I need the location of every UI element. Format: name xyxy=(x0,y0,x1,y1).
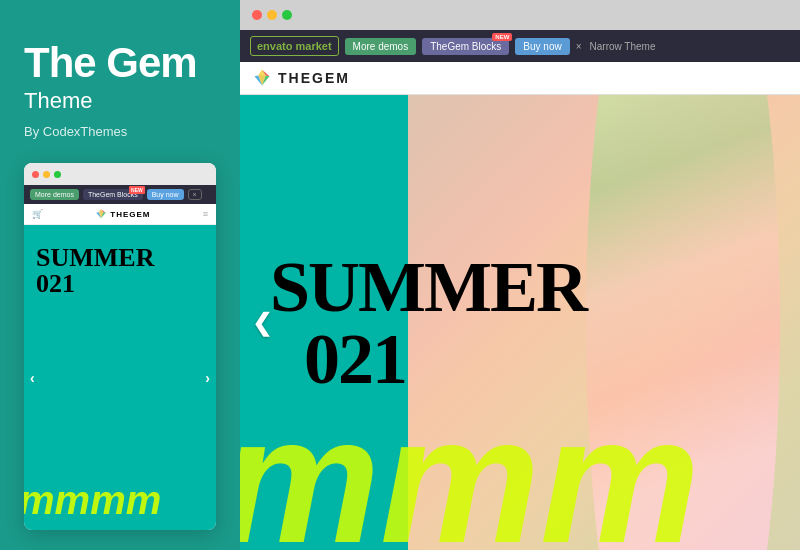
dot-yellow xyxy=(267,10,277,20)
browser-titlebar xyxy=(240,0,800,30)
summer-heading: SUMMER xyxy=(270,251,586,323)
main-browser: envato market More demos TheGem Blocks N… xyxy=(240,0,800,550)
dot-green xyxy=(282,10,292,20)
mini-toolbar: More demos TheGem Blocks NEW Buy now × xyxy=(24,185,216,204)
mini-hero: SUMMER021 mmmm ‹ › xyxy=(24,225,216,530)
narrow-theme-label: Narrow Theme xyxy=(590,41,656,52)
mini-more-demos-btn[interactable]: More demos xyxy=(30,189,79,200)
browser-nav: THEGEM xyxy=(240,62,800,95)
mini-summer-text: SUMMER021 xyxy=(36,245,154,297)
mini-dot-yellow xyxy=(43,171,50,178)
mini-dot-green xyxy=(54,171,61,178)
year-heading: 2021 xyxy=(270,323,586,395)
mini-arrow-left[interactable]: ‹ xyxy=(30,370,35,386)
browser-toolbar: envato market More demos TheGem Blocks N… xyxy=(240,30,800,62)
mini-logo: THEGEM xyxy=(95,208,150,220)
theme-author: By CodexThemes xyxy=(24,124,216,139)
mini-close-btn[interactable]: × xyxy=(188,189,202,200)
thegem-blocks-button[interactable]: TheGem Blocks NEW xyxy=(422,38,509,55)
mini-cart-icon: 🛒 xyxy=(32,209,43,219)
mini-new-badge: NEW xyxy=(129,186,145,194)
site-logo: THEGEM xyxy=(252,68,350,88)
dot-red xyxy=(252,10,262,20)
left-panel: The Gem Theme By CodexThemes More demos … xyxy=(0,0,240,550)
mini-browser-preview: More demos TheGem Blocks NEW Buy now × 🛒… xyxy=(24,163,216,530)
gem-svg-icon xyxy=(252,68,272,88)
mini-titlebar xyxy=(24,163,216,185)
theme-subtitle: Theme xyxy=(24,88,216,114)
new-badge: NEW xyxy=(492,33,512,41)
mini-gem-svg-icon xyxy=(95,208,107,220)
mini-dot-red xyxy=(32,171,39,178)
envato-market-logo: envato market xyxy=(250,36,339,56)
mini-nav: 🛒 THEGEM ≡ xyxy=(24,204,216,225)
mini-script-bg-text: mmmm xyxy=(24,480,161,520)
mini-arrow-right[interactable]: › xyxy=(205,370,210,386)
mini-hamburger-icon: ≡ xyxy=(203,209,208,219)
mini-thegem-blocks-btn[interactable]: TheGem Blocks NEW xyxy=(83,189,143,200)
more-demos-button[interactable]: More demos xyxy=(345,38,417,55)
theme-title: The Gem xyxy=(24,40,216,86)
mini-buy-btn[interactable]: Buy now xyxy=(147,189,184,200)
hero-text-overlay: SUMMER 2021 xyxy=(270,251,586,395)
hero-arrow-left-button[interactable]: ❮ xyxy=(252,309,272,337)
buy-now-button[interactable]: Buy now xyxy=(515,38,569,55)
close-x-button[interactable]: × xyxy=(576,41,582,52)
hero-section: mmm SUMMER 2021 ❮ xyxy=(240,95,800,550)
